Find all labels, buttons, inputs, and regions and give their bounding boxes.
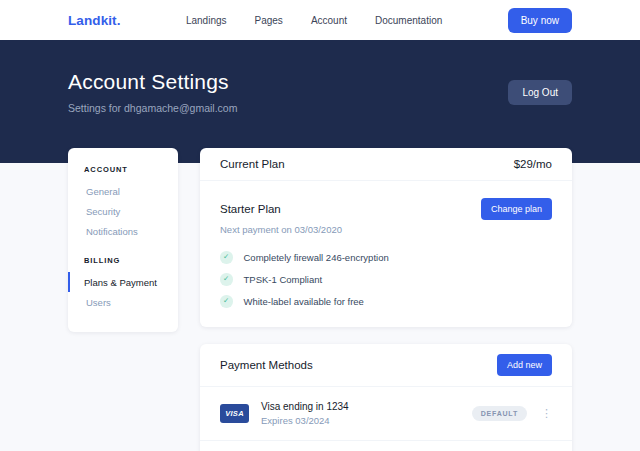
current-plan-header: Current Plan $29/mo: [200, 148, 572, 181]
sidebar-item-notifications[interactable]: Notifications: [68, 221, 178, 241]
card-expiry: Expires 03/2024: [261, 415, 472, 426]
table-row: VISA Visa ending in 1234 Expires 03/2024…: [200, 387, 572, 440]
add-new-button[interactable]: Add new: [497, 354, 552, 376]
plan-feature-list: ✓ Completely firewall 246-encryption ✓ T…: [220, 251, 552, 308]
nav-links: Landings Pages Account Documentation: [121, 15, 508, 26]
current-plan-card: Current Plan $29/mo Starter Plan Change …: [200, 148, 572, 327]
content-area: ACCOUNT General Security Notifications B…: [0, 148, 640, 451]
table-row: Mastercard ending in 1234 ⋮: [200, 440, 572, 451]
sidebar-item-general[interactable]: General: [68, 181, 178, 201]
kebab-menu-icon[interactable]: ⋮: [541, 408, 552, 419]
default-badge: DEFAULT: [472, 406, 527, 421]
navbar: Landkit. Landings Pages Account Document…: [0, 0, 640, 40]
current-plan-body: Starter Plan Change plan Next payment on…: [200, 181, 572, 327]
current-plan-title: Current Plan: [220, 158, 285, 170]
sidebar-heading-billing: BILLING: [68, 256, 178, 265]
sidebar-item-plans-payment[interactable]: Plans & Payment: [68, 272, 178, 292]
plan-name: Starter Plan: [220, 203, 281, 215]
nav-link-landings[interactable]: Landings: [186, 15, 227, 26]
change-plan-button[interactable]: Change plan: [481, 198, 552, 220]
visa-logo-icon: VISA: [220, 404, 249, 423]
check-icon: ✓: [220, 273, 233, 286]
nav-link-documentation[interactable]: Documentation: [375, 15, 442, 26]
feature-label: White-label available for free: [244, 296, 364, 307]
list-item: ✓ Completely firewall 246-encryption: [220, 251, 552, 264]
card-name: Visa ending in 1234: [261, 401, 472, 412]
feature-label: Completely firewall 246-encryption: [244, 252, 389, 263]
logout-button[interactable]: Log Out: [508, 80, 572, 105]
card-info: Visa ending in 1234 Expires 03/2024: [261, 401, 472, 426]
list-item: ✓ TPSK-1 Compliant: [220, 273, 552, 286]
sidebar-item-users[interactable]: Users: [68, 292, 178, 312]
main-column: Current Plan $29/mo Starter Plan Change …: [200, 148, 572, 451]
page-title: Account Settings: [68, 70, 237, 94]
nav-link-pages[interactable]: Pages: [255, 15, 283, 26]
settings-sidebar: ACCOUNT General Security Notifications B…: [68, 148, 178, 332]
next-payment-text: Next payment on 03/03/2020: [220, 224, 552, 235]
hero-text: Account Settings Settings for dhgamache@…: [68, 70, 237, 114]
check-icon: ✓: [220, 295, 233, 308]
feature-label: TPSK-1 Compliant: [244, 274, 323, 285]
list-item: ✓ White-label available for free: [220, 295, 552, 308]
current-plan-price: $29/mo: [514, 158, 552, 170]
page-subtitle: Settings for dhgamache@gmail.com: [68, 102, 237, 114]
payment-methods-card: Payment Methods Add new VISA Visa ending…: [200, 344, 572, 451]
landkit-logo[interactable]: Landkit.: [68, 13, 121, 28]
payment-methods-header: Payment Methods Add new: [200, 344, 572, 387]
nav-link-account[interactable]: Account: [311, 15, 347, 26]
sidebar-heading-account: ACCOUNT: [68, 165, 178, 174]
hero-banner: Account Settings Settings for dhgamache@…: [0, 40, 640, 163]
buy-now-button[interactable]: Buy now: [508, 8, 572, 33]
payment-methods-title: Payment Methods: [220, 359, 313, 371]
sidebar-item-security[interactable]: Security: [68, 201, 178, 221]
check-icon: ✓: [220, 251, 233, 264]
